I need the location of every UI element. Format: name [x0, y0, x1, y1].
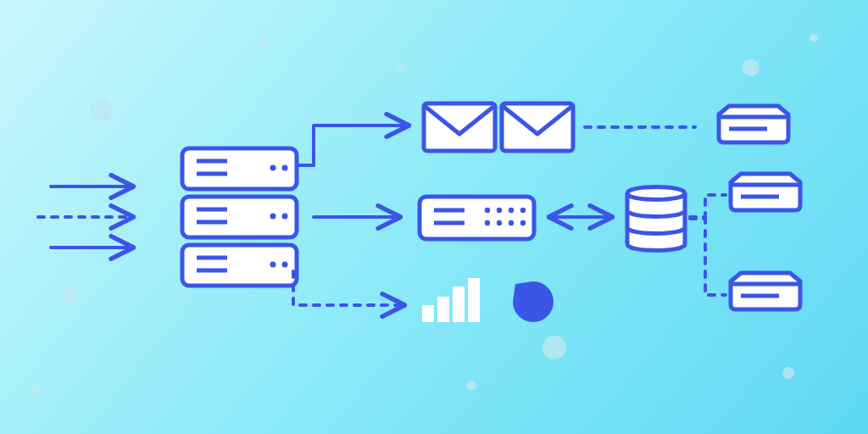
svg-rect-10 [182, 148, 297, 189]
server-stack-icon [182, 148, 297, 286]
svg-rect-38 [422, 305, 434, 322]
svg-point-9 [29, 385, 39, 395]
database-icon [627, 187, 685, 251]
server-unit-icon [182, 245, 297, 286]
storage-drive-icon [719, 106, 788, 142]
svg-point-35 [497, 220, 502, 225]
envelope-icon [424, 103, 495, 151]
connector-dashed-elbow-icon [690, 195, 726, 217]
storage-drive-icon [731, 273, 800, 309]
svg-point-19 [282, 214, 288, 220]
svg-point-31 [497, 208, 502, 213]
svg-point-3 [397, 64, 403, 71]
svg-point-34 [485, 220, 490, 225]
svg-point-37 [520, 220, 526, 225]
arrow-elbow-down-right-dashed-icon [293, 271, 403, 305]
svg-point-30 [485, 208, 490, 213]
svg-point-7 [810, 34, 818, 42]
svg-rect-39 [437, 297, 449, 322]
connector-dashed-elbow-icon [690, 219, 726, 295]
svg-rect-27 [420, 197, 534, 239]
application-server-icon [420, 197, 534, 239]
svg-point-5 [542, 336, 566, 359]
svg-point-18 [270, 214, 276, 220]
envelope-icon [502, 103, 573, 151]
svg-point-8 [782, 367, 794, 379]
svg-point-13 [270, 165, 276, 171]
storage-drive-icon [731, 174, 800, 210]
svg-point-32 [509, 208, 514, 213]
server-unit-icon [182, 197, 297, 237]
server-unit-icon [182, 148, 297, 189]
svg-rect-40 [453, 287, 465, 322]
svg-rect-41 [468, 278, 480, 322]
svg-point-4 [466, 381, 476, 391]
svg-point-2 [259, 38, 267, 47]
svg-point-14 [282, 165, 288, 171]
svg-point-36 [509, 220, 514, 225]
arrow-elbow-up-right-icon [297, 125, 407, 165]
svg-rect-20 [182, 245, 297, 286]
svg-point-1 [62, 287, 79, 303]
svg-point-23 [270, 262, 276, 268]
svg-point-0 [90, 99, 112, 121]
bar-chart-icon [422, 278, 480, 322]
svg-point-24 [282, 262, 288, 268]
svg-rect-15 [182, 197, 297, 237]
ingress-arrows [38, 186, 131, 248]
svg-point-33 [520, 208, 526, 213]
svg-point-6 [743, 59, 760, 76]
architecture-diagram [0, 0, 868, 434]
svg-rect-26 [502, 103, 573, 151]
pie-chart-icon [513, 281, 554, 322]
svg-rect-25 [424, 103, 495, 151]
